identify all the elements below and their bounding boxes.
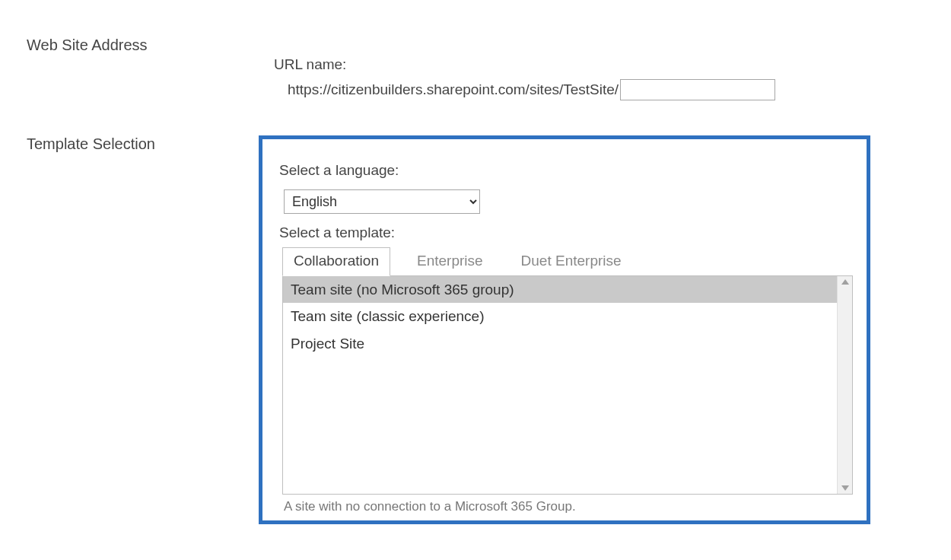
select-template-label: Select a template: [279,224,850,241]
template-list-scrollbar[interactable] [837,276,852,494]
template-item-project-site[interactable]: Project Site [283,330,837,357]
template-listbox[interactable]: Team site (no Microsoft 365 group) Team … [282,275,853,495]
scroll-up-icon[interactable] [841,279,849,285]
template-selection-body: Select a language: English Select a temp… [259,135,883,524]
template-selection-highlight-box: Select a language: English Select a temp… [259,135,870,524]
web-site-address-label: Web Site Address [0,37,259,54]
template-tabs: Collaboration Enterprise Duet Enterprise [282,247,850,276]
tab-collaboration[interactable]: Collaboration [282,247,390,276]
language-select[interactable]: English [284,189,480,214]
template-selection-label: Template Selection [0,135,259,153]
tab-enterprise[interactable]: Enterprise [406,247,495,276]
template-list-inner: Team site (no Microsoft 365 group) Team … [283,276,837,494]
url-line: https://citizenbuilders.sharepoint.com/s… [288,79,898,100]
template-item-team-site-no-group[interactable]: Team site (no Microsoft 365 group) [283,276,837,303]
template-description: A site with no connection to a Microsoft… [284,499,850,514]
web-site-address-body: URL name: https://citizenbuilders.sharep… [259,37,898,100]
url-name-input[interactable] [620,79,775,100]
url-name-label: URL name: [274,56,898,73]
tab-duet-enterprise[interactable]: Duet Enterprise [510,247,633,276]
base-url-text: https://citizenbuilders.sharepoint.com/s… [288,81,619,98]
template-item-team-site-classic[interactable]: Team site (classic experience) [283,303,837,329]
select-language-label: Select a language: [279,162,850,179]
scroll-down-icon[interactable] [841,485,849,491]
